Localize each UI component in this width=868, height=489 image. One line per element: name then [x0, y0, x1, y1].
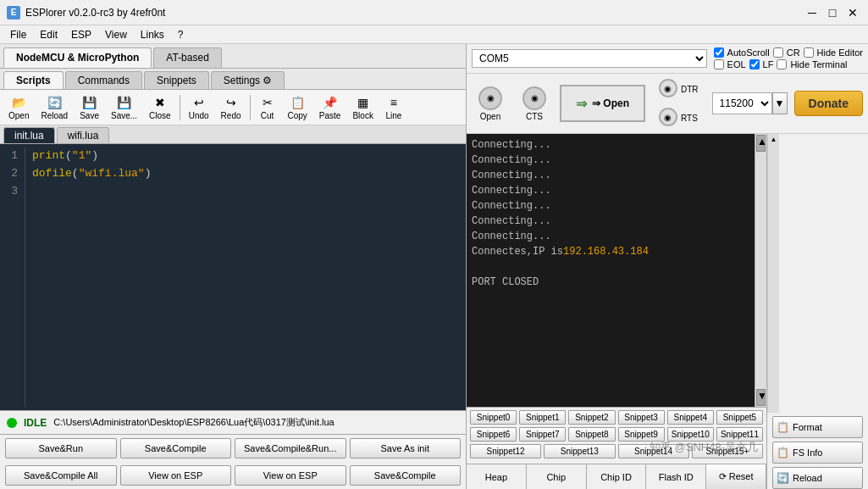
cr-checkbox[interactable] [773, 47, 783, 58]
snippet10-button[interactable]: Snippet10 [667, 427, 714, 442]
terminal-scrollbar[interactable]: ▲ ▼ [755, 134, 766, 407]
baud-arrow[interactable]: ▼ [772, 92, 788, 114]
snippet12-button[interactable]: Snippet12 [470, 444, 541, 458]
menu-edit[interactable]: Edit [33, 27, 64, 42]
block-button[interactable]: ▦ Block [347, 92, 378, 123]
menu-links[interactable]: Links [134, 27, 171, 42]
hide-editor-checkbox[interactable] [804, 47, 814, 58]
rts-button[interactable]: ◉ RTS [652, 106, 705, 130]
chip-id-cell[interactable]: Chip ID [587, 464, 647, 489]
snippet8-button[interactable]: Snippet8 [568, 427, 615, 442]
close-button[interactable]: ✕ [844, 4, 861, 21]
terminal-line-6: Connecting... [472, 214, 749, 229]
cts-button[interactable]: ◉ CTS [516, 85, 553, 123]
snippet14-button[interactable]: Snippet14 [618, 444, 689, 458]
hide-terminal-checkbox[interactable] [777, 59, 787, 69]
tab-atbased[interactable]: AT-based [153, 47, 221, 68]
fs-info-button[interactable]: 📋 FS Info [772, 442, 863, 464]
reload-button[interactable]: 🔄 Reload [36, 92, 73, 123]
copy-button[interactable]: 📋 Copy [283, 92, 312, 123]
format-button[interactable]: 📋 Format [772, 416, 863, 438]
open-button[interactable]: 📂 Open [3, 92, 34, 123]
redo-button[interactable]: ↪ Redo [216, 92, 246, 123]
heap-cell[interactable]: Heap [467, 464, 527, 489]
subtab-snippets[interactable]: Snippets [144, 71, 209, 89]
chip-cell[interactable]: Chip [527, 464, 587, 489]
save-as-init-button[interactable]: Save As init [350, 438, 462, 458]
eol-checkbox[interactable] [714, 59, 724, 69]
sidebar-scroll-up[interactable]: ▲ [771, 136, 777, 143]
option-row-2: EOL LF Hide Terminal [714, 59, 863, 69]
code-line-2: dofile("wifi.lua") [32, 165, 459, 183]
redo-icon: ↪ [223, 94, 240, 111]
sidebar-scrollbar[interactable]: ▲ [767, 134, 779, 413]
file-tab-init[interactable]: init.lua [3, 127, 55, 143]
snippet1-button[interactable]: Snippet1 [519, 410, 566, 425]
snippet7-button[interactable]: Snippet7 [519, 427, 566, 442]
app-title: ESPlorer v0.2.0-rc3 by 4refr0nt [25, 7, 804, 19]
separator-1 [180, 95, 180, 120]
snippet11-button[interactable]: Snippet11 [716, 427, 763, 442]
save-compile-all-button[interactable]: Save&Compile All [5, 465, 117, 486]
snippet3-button[interactable]: Snippet3 [618, 410, 665, 425]
line-button[interactable]: ≡ Line [380, 92, 407, 123]
save-compile-button-2[interactable]: Save&Compile [350, 465, 462, 486]
code-content[interactable]: print("1") dofile("wifi.lua") [25, 147, 466, 407]
save-run-button[interactable]: Save&Run [5, 438, 117, 458]
terminal-line-4: Connecting... [472, 183, 749, 198]
separator-2 [250, 95, 251, 120]
snippet6-button[interactable]: Snippet6 [470, 427, 517, 442]
save-button[interactable]: 💾 Save [75, 92, 104, 123]
menu-file[interactable]: File [3, 27, 33, 42]
file-tab-wifi[interactable]: wifi.lua [57, 127, 110, 143]
cut-button[interactable]: ✂ Cut [254, 92, 281, 123]
close-file-button[interactable]: ✖ Close [144, 92, 176, 123]
reload-sidebar-button[interactable]: 🔄 Reload [772, 467, 863, 489]
code-line-1: print("1") [32, 147, 459, 165]
scrollbar-up[interactable]: ▲ [756, 135, 766, 152]
flash-id-cell[interactable]: Flash ID [646, 464, 706, 489]
menu-esp[interactable]: ESP [64, 27, 98, 42]
snippet5-button[interactable]: Snippet5 [716, 410, 763, 425]
baud-rate-select[interactable]: 115200 [712, 92, 772, 114]
terminal[interactable]: Connecting... Connecting... Connecting..… [467, 134, 755, 407]
snippet0-button[interactable]: Snippet0 [470, 410, 517, 425]
rts-label: RTS [681, 114, 698, 123]
saveas-button[interactable]: 💾 Save... [106, 92, 142, 123]
autoscroll-label: AutoScroll [727, 47, 770, 58]
snippet4-button[interactable]: Snippet4 [667, 410, 714, 425]
lf-checkbox[interactable] [749, 59, 760, 69]
com-port-select[interactable]: COM5 [472, 49, 707, 68]
menu-view[interactable]: View [98, 27, 134, 42]
app-icon: E [7, 6, 20, 19]
dtr-button[interactable]: ◉ DTR [652, 77, 705, 101]
view-on-esp-button-1[interactable]: View on ESP [120, 465, 232, 486]
scrollbar-down[interactable]: ▼ [756, 389, 766, 406]
snippet2-button[interactable]: Snippet2 [568, 410, 615, 425]
snippet13-button[interactable]: Snippet13 [544, 444, 615, 458]
donate-button[interactable]: Donate [794, 91, 863, 116]
subtab-commands[interactable]: Commands [65, 71, 142, 89]
options-area: AutoScroll CR Hide Editor EOL LF Hide Te… [714, 47, 863, 69]
save-icon: 💾 [81, 94, 98, 111]
save-compile-button[interactable]: Save&Compile [120, 438, 232, 458]
undo-button[interactable]: ↩ Undo [184, 92, 214, 123]
code-editor[interactable]: 1 2 3 print("1") dofile("wifi.lua") [0, 144, 466, 410]
maximize-button[interactable]: □ [824, 4, 841, 21]
snippet15-button[interactable]: Snippet15+ [692, 444, 763, 458]
send-label: ⇒ Open [592, 97, 629, 109]
subtab-scripts[interactable]: Scripts [3, 71, 64, 89]
reset-button[interactable]: ⟳ Reset [706, 464, 766, 489]
view-on-esp-button-2[interactable]: View on ESP [235, 465, 346, 486]
subtab-settings[interactable]: Settings ⚙ [211, 71, 285, 89]
save-compile-run-button[interactable]: Save&Compile&Run... [235, 438, 346, 458]
send-button[interactable]: ⇒ ⇒ Open [560, 85, 645, 122]
menu-help[interactable]: ? [171, 27, 191, 42]
paste-button[interactable]: 📌 Paste [314, 92, 346, 123]
autoscroll-checkbox[interactable] [714, 47, 724, 58]
status-bar: IDLE C:\Users\Administrator\Desktop\ESP8… [0, 410, 466, 434]
tab-nodemcu[interactable]: NodeMCU & MicroPython [3, 47, 152, 68]
snippet9-button[interactable]: Snippet9 [618, 427, 665, 442]
open-ctrl-button[interactable]: ◉ Open [472, 85, 509, 123]
minimize-button[interactable]: ─ [804, 4, 821, 21]
